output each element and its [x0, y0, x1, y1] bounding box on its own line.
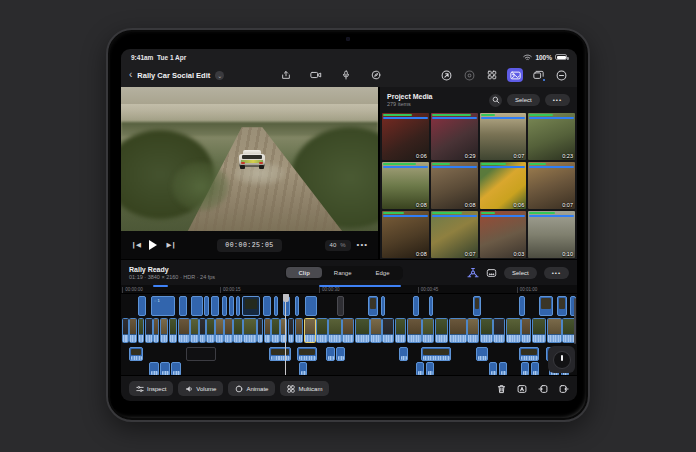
- media-more-button[interactable]: •••: [545, 94, 570, 106]
- storyline-clip[interactable]: [215, 318, 224, 343]
- back-button[interactable]: ‹: [129, 70, 132, 80]
- media-thumbnail[interactable]: 0:08: [382, 162, 429, 209]
- storyline-clip[interactable]: [224, 318, 233, 343]
- media-thumbnail[interactable]: 0:03: [480, 211, 527, 258]
- storyline-clip[interactable]: [304, 318, 316, 343]
- viewer-more-button[interactable]: •••: [357, 243, 368, 246]
- storyline-clip[interactable]: [382, 318, 394, 343]
- audio-clip[interactable]: [426, 362, 434, 375]
- edit-mode-segmented-control[interactable]: ClipRangeEdge: [285, 266, 403, 280]
- hide-interface-icon[interactable]: [553, 68, 569, 82]
- connected-clip[interactable]: [222, 296, 227, 316]
- audio-clip[interactable]: [160, 362, 170, 375]
- storyline-clip[interactable]: [506, 318, 521, 343]
- connected-clip[interactable]: [274, 296, 278, 316]
- connected-clip[interactable]: [229, 296, 234, 316]
- media-thumbnail[interactable]: 0:08: [382, 211, 429, 258]
- storyline-clip[interactable]: [233, 318, 242, 343]
- edit-mode-option[interactable]: Edge: [364, 267, 402, 278]
- storyline-clip[interactable]: [435, 318, 448, 343]
- storyline-clip[interactable]: [328, 318, 341, 343]
- volume-button[interactable]: Volume: [178, 381, 223, 396]
- storyline-clip[interactable]: [169, 318, 178, 343]
- storyline-clip[interactable]: [370, 318, 382, 343]
- storyline-clip[interactable]: [160, 318, 169, 343]
- storyline-clip[interactable]: [480, 318, 493, 343]
- connected-clip[interactable]: [557, 296, 567, 316]
- storyline-clip[interactable]: [122, 318, 129, 343]
- storyline-clip[interactable]: [521, 318, 531, 343]
- audio-clip[interactable]: [326, 347, 335, 361]
- timeline-tracks[interactable]: [121, 294, 577, 375]
- media-thumbnail[interactable]: 0:06: [480, 162, 527, 209]
- storyline-clip[interactable]: [342, 318, 354, 343]
- storyline-clip[interactable]: [355, 318, 370, 343]
- multicam-button[interactable]: Multicam: [280, 381, 329, 396]
- audio-clip[interactable]: [399, 347, 408, 361]
- connected-clip[interactable]: [236, 296, 240, 316]
- play-button[interactable]: [149, 240, 157, 250]
- media-thumbnail[interactable]: 0:29: [431, 113, 478, 160]
- browser-grid-icon[interactable]: [484, 68, 500, 82]
- replace-edit-icon[interactable]: [517, 384, 527, 394]
- audio-clip[interactable]: [499, 362, 507, 375]
- audio-clip[interactable]: [336, 347, 345, 361]
- video-frame[interactable]: [121, 87, 378, 231]
- audio-clip[interactable]: [299, 362, 307, 375]
- connected-clip[interactable]: [337, 296, 344, 316]
- storyline-clip[interactable]: [243, 318, 256, 343]
- audio-clip[interactable]: [476, 347, 488, 361]
- append-edit-icon[interactable]: [559, 384, 569, 394]
- audio-clip[interactable]: [186, 347, 216, 361]
- mic-icon[interactable]: [338, 68, 354, 82]
- audio-clip[interactable]: [421, 347, 451, 361]
- storyline-clip[interactable]: [264, 318, 271, 343]
- storyline-clip[interactable]: [547, 318, 562, 343]
- connected-clip[interactable]: [263, 296, 271, 316]
- media-thumbnail[interactable]: 0:08: [431, 162, 478, 209]
- storyline-clip[interactable]: [257, 318, 263, 343]
- storyline-clip[interactable]: [153, 318, 159, 343]
- storyline-clip[interactable]: [493, 318, 505, 343]
- media-thumbnail[interactable]: 0:23: [528, 113, 575, 160]
- clipboard-icon[interactable]: [486, 264, 497, 282]
- storyline-clip[interactable]: [145, 318, 153, 343]
- camera-icon[interactable]: [308, 68, 324, 82]
- storyline-clip[interactable]: [407, 318, 422, 343]
- connected-clip[interactable]: [381, 296, 385, 316]
- edit-mode-option[interactable]: Range: [322, 267, 364, 278]
- insert-edit-icon[interactable]: [538, 384, 548, 394]
- connected-clip[interactable]: [179, 296, 187, 316]
- jog-mode-icon[interactable]: [368, 68, 384, 82]
- search-icon[interactable]: [489, 94, 502, 107]
- connected-clip[interactable]: [413, 296, 419, 316]
- timeline-ruler[interactable]: 00:00:0000:00:1500:00:3000:00:4500:01:00: [121, 285, 577, 294]
- viewer-overlay-icon[interactable]: [530, 68, 546, 82]
- media-browser-icon[interactable]: [507, 68, 523, 82]
- audio-clip[interactable]: [416, 362, 424, 375]
- viewer-zoom-control[interactable]: 40 %: [325, 240, 351, 251]
- share-icon[interactable]: [438, 68, 454, 82]
- connected-clip[interactable]: [539, 296, 553, 316]
- storyline-clip[interactable]: [467, 318, 479, 343]
- connected-clip[interactable]: [305, 296, 317, 316]
- project-title[interactable]: Rally Car Social Edit: [137, 71, 210, 80]
- audio-clip[interactable]: [531, 362, 539, 375]
- timeline-more-button[interactable]: •••: [544, 267, 569, 279]
- jog-wheel[interactable]: [548, 346, 575, 373]
- connected-clip[interactable]: [242, 296, 260, 316]
- storyline-clip[interactable]: [206, 318, 215, 343]
- timeline-select-button[interactable]: Select: [504, 267, 537, 279]
- media-thumbnail[interactable]: 0:07: [480, 113, 527, 160]
- connected-clip[interactable]: [429, 296, 433, 316]
- audio-clip[interactable]: [269, 347, 291, 361]
- media-thumbnail[interactable]: 0:07: [431, 211, 478, 258]
- audio-clip[interactable]: [129, 347, 143, 361]
- audio-clip[interactable]: [149, 362, 159, 375]
- storyline-clip[interactable]: [129, 318, 137, 343]
- timecode-display[interactable]: 00:00:25:05: [217, 239, 281, 252]
- connected-clip[interactable]: [204, 296, 209, 316]
- storyline-clip[interactable]: [288, 318, 295, 343]
- media-thumbnail[interactable]: 0:07: [528, 162, 575, 209]
- storyline-clip[interactable]: [138, 318, 145, 343]
